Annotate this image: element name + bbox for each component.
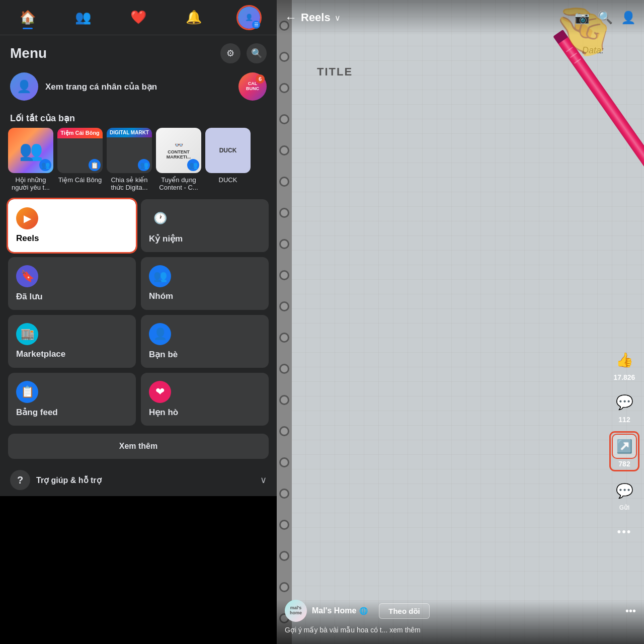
shortcut-item[interactable]: DIGITAL MARKT 👥 Chia sẻ kiến thức Digita…: [107, 128, 152, 191]
help-left: ? Trợ giúp & hỗ trợ: [10, 470, 102, 490]
spiral-ring: [279, 239, 289, 249]
notebook-title-label: TITLE: [317, 65, 353, 78]
more-icon: •••: [613, 520, 636, 543]
marketplace-icon: 🏬: [16, 323, 38, 345]
groups-icon: 👥: [149, 265, 171, 287]
camera-icon[interactable]: 📷: [575, 11, 590, 25]
spiral-ring: [279, 83, 289, 93]
shortcut-thumb-duck: DUCK: [205, 128, 251, 173]
shortcut-label: DUCK: [219, 176, 237, 184]
shortcut-thumb-hoi: 👥 👥: [8, 128, 53, 173]
search-icon: 🔍: [251, 48, 262, 59]
verified-icon: 🌐: [359, 607, 368, 615]
profile-row[interactable]: 👤 Xem trang cá nhân của bạn CALBUNC 6: [0, 67, 277, 106]
menu-item-feed[interactable]: 📋 Bảng feed: [8, 373, 136, 426]
shortcut-thumb-digital: DIGITAL MARKT 👥: [107, 128, 152, 173]
nav-home[interactable]: 🏠: [15, 5, 40, 30]
spiral-ring: [279, 364, 289, 374]
reel-bottom: mal'shome Mal's Home 🌐 Theo dõi ••• Gợi …: [277, 600, 644, 644]
spiral-ring: [279, 582, 289, 592]
spiral-ring: [279, 177, 289, 187]
shortcuts-title: Lối tắt của bạn: [0, 106, 277, 128]
menu-header: Menu ⚙ 🔍: [0, 35, 277, 67]
messenger-icon: 💬: [613, 479, 636, 502]
spiral-ring: [279, 426, 289, 436]
nav-profile-menu[interactable]: 👤 ☰: [236, 5, 262, 30]
shortcut-label: Hội những người yêu t...: [8, 176, 53, 191]
nav-heart[interactable]: ❤️: [126, 5, 151, 30]
menu-item-label: Nhóm: [149, 291, 261, 301]
spiral-ring: [279, 333, 289, 343]
profile-icon[interactable]: 👤: [621, 11, 636, 25]
reel-user-avatar: mal'shome: [285, 600, 307, 622]
comment-button[interactable]: 💬 112: [613, 390, 636, 424]
nav-bell[interactable]: 🔔: [181, 5, 206, 30]
profile-avatar: 👤: [10, 72, 38, 101]
dropdown-icon[interactable]: ∨: [335, 13, 341, 23]
reels-panel: Data: TITLE 🤏: [277, 0, 644, 644]
menu-item-label: Bạn bè: [149, 349, 261, 360]
menu-item-memory[interactable]: 🕐 Kỷ niệm: [141, 199, 269, 252]
search-button[interactable]: 🔍: [247, 43, 267, 63]
comment-count: 112: [618, 416, 630, 424]
shortcut-item[interactable]: DUCK DUCK: [205, 128, 251, 191]
reels-icon: ▶: [16, 207, 38, 229]
shortcut-item[interactable]: 👓 CONTENTMARKETI... 👥 Tuyển dụng Content…: [156, 128, 201, 191]
gear-icon: ⚙: [226, 48, 234, 59]
nav-people[interactable]: 👥: [70, 5, 96, 30]
messenger-button[interactable]: 💬 Gửi: [613, 479, 636, 511]
menu-item-reels[interactable]: ▶ Reels: [8, 199, 136, 252]
username-row: Mal's Home 🌐: [312, 606, 368, 615]
spiral-ring: [279, 551, 289, 561]
shortcut-item[interactable]: 👥 👥 Hội những người yêu t...: [8, 128, 53, 191]
spiral-ring: [279, 145, 289, 155]
reel-header: ← Reels ∨ 📷 🔍 👤: [277, 0, 644, 35]
spiral-ring: [279, 270, 289, 280]
notif-count: 6: [256, 74, 265, 84]
menu-item-label: Đã lưu: [16, 291, 128, 302]
menu-item-label: Bảng feed: [16, 407, 128, 418]
menu-title: Menu: [10, 45, 47, 61]
help-row[interactable]: ? Trợ giúp & hỗ trợ ∨: [0, 464, 277, 496]
dating-icon: ❤: [149, 381, 171, 403]
menu-item-dating[interactable]: ❤ Hẹn hò: [141, 373, 269, 426]
shortcut-item[interactable]: Tiệm Cái Bông 📋 Tiệm Cái Bông: [57, 128, 103, 191]
avatar-icon: 👤 ☰: [238, 7, 260, 29]
more-button[interactable]: •••: [613, 520, 636, 543]
shortcut-thumb-content: 👓 CONTENTMARKETI... 👥: [156, 128, 201, 173]
spiral-ring: [279, 208, 289, 218]
reel-username: Mal's Home: [312, 606, 356, 615]
memory-icon: 🕐: [149, 207, 171, 229]
back-button[interactable]: ←: [285, 11, 297, 25]
spiral-binding: [277, 0, 292, 644]
more-options-button[interactable]: •••: [625, 605, 636, 617]
feed-icon: 📋: [16, 381, 38, 403]
follow-button[interactable]: Theo dõi: [379, 603, 430, 619]
help-label: Trợ giúp & hỗ trợ: [36, 475, 102, 485]
friends-icon: 👤: [149, 323, 171, 345]
shortcut-label: Chia sẻ kiến thức Digita...: [107, 176, 152, 191]
reel-header-left: ← Reels ∨: [285, 11, 341, 25]
menu-item-label: Kỷ niệm: [149, 233, 261, 244]
like-button[interactable]: 👍 17.826: [613, 348, 636, 381]
shortcut-label: Tuyển dụng Content - C...: [156, 176, 201, 191]
menu-item-groups[interactable]: 👥 Nhóm: [141, 257, 269, 310]
menu-item-label: Hẹn hò: [149, 407, 261, 418]
spiral-ring: [279, 114, 289, 124]
share-icon: ↗️: [613, 435, 636, 458]
menu-item-friends[interactable]: 👤 Bạn bè: [141, 315, 269, 368]
spiral-ring: [279, 489, 289, 499]
shortcut-thumb-tiem: Tiệm Cái Bông 📋: [57, 128, 103, 173]
saved-icon: 🔖: [16, 265, 38, 287]
search-icon[interactable]: 🔍: [598, 11, 613, 25]
menu-item-label: Reels: [16, 233, 128, 244]
reel-video-background: Data: TITLE 🤏: [277, 0, 644, 644]
menu-item-saved[interactable]: 🔖 Đã lưu: [8, 257, 136, 310]
share-button[interactable]: ↗️ 782: [611, 433, 638, 470]
shortcut-label: Tiệm Cái Bông: [58, 176, 102, 184]
menu-item-marketplace[interactable]: 🏬 Marketplace: [8, 315, 136, 368]
notification-badge: CALBUNC 6: [238, 72, 267, 101]
settings-button[interactable]: ⚙: [220, 43, 240, 63]
xem-them-button[interactable]: Xem thêm: [8, 434, 269, 459]
spiral-ring: [279, 301, 289, 311]
